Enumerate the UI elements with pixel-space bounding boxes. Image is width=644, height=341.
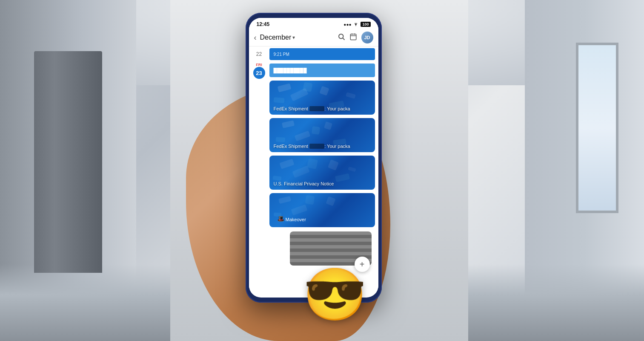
- email-subject-privacy: U.S. Financial Privacy Notice: [274, 181, 334, 186]
- svg-point-0: [356, 25, 357, 26]
- partial-email[interactable]: 9:21 PM: [269, 48, 375, 60]
- day-circle: 23: [253, 67, 265, 79]
- phone-screen: 12:45 ●●● 100 ‹: [249, 18, 378, 298]
- scene-container: 12:45 ●●● 100 ‹: [220, 9, 424, 332]
- email-pill-text: ██████████: [274, 68, 307, 73]
- email-subject-makeover: Makeover: [286, 217, 306, 222]
- email-content-2: FedEx Shipment : Your packa: [274, 142, 371, 150]
- app-header: ‹ December ▾: [249, 29, 378, 46]
- avatar[interactable]: JD: [361, 32, 373, 43]
- wifi-icon: [353, 21, 359, 27]
- svg-line-2: [343, 38, 344, 40]
- emoji-cool-face: 😎: [303, 269, 367, 320]
- month-title[interactable]: December ▾: [260, 34, 334, 41]
- month-label: December: [260, 34, 292, 41]
- status-icons: ●●● 100: [343, 21, 370, 27]
- svg-point-1: [339, 34, 343, 39]
- date-number-col: FRI 23: [252, 63, 266, 79]
- bg-window-right: [576, 43, 618, 213]
- status-bar: 12:45 ●●● 100: [249, 18, 378, 29]
- phone-frame: 12:45 ●●● 100 ‹: [246, 13, 382, 303]
- bg-door-left: [34, 51, 102, 273]
- search-icon[interactable]: [338, 33, 345, 43]
- header-icons: JD: [338, 32, 373, 43]
- email-subject-fedex1: FedEx Shipment : Your packa: [274, 106, 350, 111]
- battery-icon: 100: [361, 22, 370, 27]
- makeover-icon: 🎩: [277, 215, 284, 222]
- emails-col: ██████████: [269, 63, 375, 267]
- email-pattern-4: [269, 193, 375, 227]
- month-dropdown-arrow: ▾: [292, 35, 295, 40]
- email-list[interactable]: 22 9:21 PM FRI 23 ██████████: [249, 46, 378, 288]
- email-subject-fedex2: FedEx Shipment : Your packa: [274, 144, 350, 149]
- calendar-icon[interactable]: [349, 33, 357, 43]
- day-label: FRI: [256, 63, 262, 67]
- svg-rect-3: [350, 34, 356, 40]
- email-content: FedEx Shipment : Your packa: [274, 104, 371, 112]
- email-item-fedex-2[interactable]: FedEx Shipment : Your packa: [269, 118, 375, 152]
- prev-day-row: 22 9:21 PM: [249, 46, 378, 61]
- back-button[interactable]: ‹: [254, 33, 257, 42]
- partial-time: 9:21 PM: [274, 52, 289, 57]
- signal-icon: ●●●: [343, 22, 351, 27]
- prev-day-number: 22: [252, 51, 266, 57]
- status-time: 12:45: [257, 21, 270, 27]
- email-item-makeover[interactable]: 🎩 Makeover: [269, 193, 375, 227]
- email-item-pill[interactable]: ██████████: [269, 64, 375, 77]
- email-item-privacy[interactable]: U.S. Financial Privacy Notice: [269, 156, 375, 190]
- email-item-fedex-1[interactable]: FedEx Shipment : Your packa: [269, 81, 375, 115]
- email-content-3: U.S. Financial Privacy Notice: [274, 179, 371, 187]
- date-separator-fri23: FRI 23 ██████████: [249, 61, 378, 269]
